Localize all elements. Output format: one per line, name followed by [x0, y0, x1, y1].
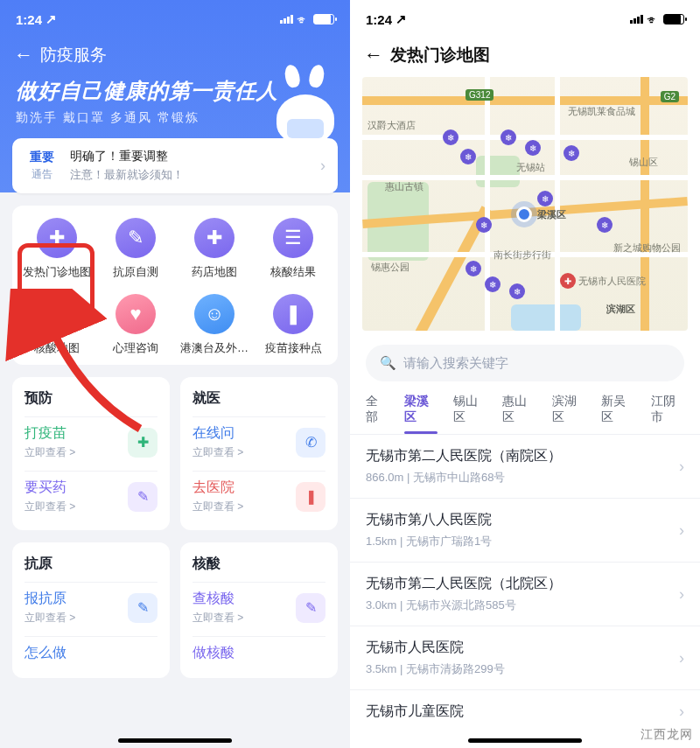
- grid-pharmacy-map[interactable]: ✚ 药店地图: [175, 218, 254, 280]
- wifi-icon: ᯤ: [297, 12, 310, 27]
- map-pin-icon[interactable]: ❄: [597, 217, 612, 233]
- vial-icon: ❚: [273, 294, 313, 334]
- shield-plus-icon: ✚: [128, 428, 158, 458]
- notice-badge: 重要 通告: [24, 150, 60, 182]
- annotation-highlight: [18, 243, 94, 324]
- people-icon: ☺: [194, 294, 234, 334]
- map-label: 锡惠公园: [371, 261, 410, 274]
- search-placeholder: 请输入搜索关键字: [403, 355, 508, 372]
- status-time: 1:24: [16, 12, 42, 27]
- item-go-hospital[interactable]: 去医院 立即查看 > ❚: [192, 471, 326, 525]
- swab-icon: ✎: [116, 218, 156, 258]
- road-sign: G2: [661, 91, 679, 102]
- highway: [362, 96, 688, 105]
- page-title: 防疫服务: [40, 44, 107, 66]
- pen-icon: ✎: [128, 593, 158, 623]
- map-label: 南长街步行街: [494, 248, 551, 262]
- banner: 做好自己健康的第一责任人 勤洗手 戴口罩 多通风 常锻炼: [0, 70, 350, 126]
- map-pin-icon[interactable]: ❄: [509, 283, 525, 299]
- tab-jiangyin[interactable]: 江阴市: [651, 394, 684, 425]
- map-pin-icon[interactable]: ❄: [500, 129, 516, 145]
- mascot-icon: [261, 65, 340, 143]
- grid-vaccine-sites[interactable]: ❚ 疫苗接种点: [254, 294, 332, 356]
- chevron-right-icon: ›: [679, 521, 684, 540]
- map-pin-icon[interactable]: ❄: [443, 129, 458, 145]
- map-label: 无锡凯莱食品城: [568, 105, 635, 118]
- map-label: 汉爵大酒店: [368, 119, 416, 132]
- pill-icon: ✎: [128, 482, 158, 512]
- grid-antigen-selftest[interactable]: ✎ 抗原自测: [96, 218, 175, 280]
- phone-left-screen: 1:24 ↗ ᯤ ← 防疫服务 做好自己健康的第一责任人 勤洗手 戴口罩 多通风…: [0, 0, 350, 748]
- notice-line2: 注意！最新就诊须知！: [70, 167, 184, 183]
- chevron-right-icon: ›: [320, 157, 326, 175]
- page-header: ← 发热门诊地图: [350, 38, 700, 72]
- map-pin-icon[interactable]: ❄: [525, 140, 541, 156]
- location-icon: ↗: [396, 11, 407, 27]
- map-pin-hospital-icon[interactable]: ✚: [560, 273, 576, 289]
- wifi-icon: ᯤ: [647, 12, 660, 27]
- current-location-icon: [516, 206, 532, 222]
- search-input[interactable]: 🔍 请输入搜索关键字: [366, 345, 684, 381]
- map-pin-icon[interactable]: ❄: [466, 261, 481, 276]
- item-vaccine[interactable]: 打疫苗 立即查看 > ✚: [24, 416, 158, 471]
- map-label: 新之城购物公园: [613, 241, 681, 255]
- section-pcr: 核酸 查核酸 立即查看 > ✎ 做核酸: [180, 542, 338, 678]
- list-item[interactable]: 无锡市第二人民医院（北院区） 3.0km | 无锡市兴源北路585号 ›: [350, 563, 700, 626]
- list-item[interactable]: 无锡市第二人民医院（南院区） 866.0m | 无锡市中山路68号 ›: [350, 435, 700, 499]
- section-treat: 就医 在线问 立即查看 > ✆ 去医院 立即查看 > ❚: [180, 377, 338, 530]
- status-bar: 1:24 ↗ ᯤ: [350, 0, 700, 38]
- list-item[interactable]: 无锡市第八人民医院 1.5km | 无锡市广瑞路1号 ›: [350, 499, 700, 563]
- watermark: 江西龙网: [640, 727, 693, 743]
- tab-binhu[interactable]: 滨湖区: [552, 394, 585, 425]
- tab-all[interactable]: 全部: [366, 394, 388, 425]
- map-pin-icon[interactable]: ❄: [564, 145, 579, 161]
- grid-hkmotw[interactable]: ☺ 港澳台及外…: [175, 294, 254, 356]
- item-report-antigen[interactable]: 报抗原 立即查看 > ✎: [24, 582, 158, 636]
- item-check-pcr[interactable]: 查核酸 立即查看 > ✎: [192, 582, 326, 636]
- item-buy-medicine[interactable]: 要买药 立即查看 > ✎: [24, 471, 158, 525]
- results-list: 无锡市第二人民医院（南院区） 866.0m | 无锡市中山路68号 › 无锡市第…: [350, 435, 700, 733]
- home-indicator: [468, 738, 582, 743]
- headset-icon: ✆: [296, 428, 326, 458]
- chevron-right-icon: ›: [679, 703, 684, 721]
- item-online-consult[interactable]: 在线问 立即查看 > ✆: [192, 416, 326, 471]
- grid-counseling[interactable]: ♥ 心理咨询: [96, 294, 175, 356]
- status-bar: 1:24 ↗ ᯤ: [0, 0, 350, 38]
- back-icon[interactable]: ←: [364, 45, 383, 65]
- back-icon[interactable]: ←: [14, 45, 33, 65]
- list-item[interactable]: 无锡市人民医院 3.5km | 无锡市清扬路299号 ›: [350, 626, 700, 690]
- chevron-right-icon: ›: [679, 585, 684, 604]
- map-view[interactable]: G312 G2 汉爵大酒店 无锡凯莱食品城 无锡站 惠山古镇 锡山区 梁溪区 南…: [362, 77, 688, 331]
- signal-icon: [630, 15, 643, 24]
- status-time: 1:24: [366, 12, 392, 27]
- medkit-icon: ✚: [194, 218, 234, 258]
- search-doc-icon: ✎: [296, 593, 326, 623]
- notice-card[interactable]: 重要 通告 明确了！重要调整 注意！最新就诊须知！ ›: [12, 138, 338, 193]
- map-pin-icon[interactable]: ❄: [476, 217, 492, 233]
- map-pin-icon[interactable]: ❄: [537, 191, 553, 206]
- grid-pcr-result[interactable]: ☰ 核酸结果: [254, 218, 332, 280]
- notice-line1: 明确了！重要调整: [70, 149, 184, 164]
- battery-icon: [663, 14, 684, 24]
- heart-icon: ♥: [116, 294, 156, 334]
- tab-liangxi[interactable]: 梁溪区: [404, 394, 438, 425]
- tab-xinwu[interactable]: 新吴区: [601, 394, 634, 425]
- map-label: 滨湖区: [606, 303, 635, 316]
- signal-icon: [280, 15, 293, 24]
- map-pin-icon[interactable]: ❄: [485, 276, 500, 292]
- water-area: [511, 304, 581, 331]
- tab-xishan[interactable]: 锡山区: [453, 394, 486, 425]
- item-do-pcr[interactable]: 做核酸: [192, 636, 326, 673]
- map-label: 无锡市人民医院: [578, 275, 646, 288]
- map-label: 锡山区: [629, 156, 658, 169]
- home-indicator: [118, 738, 232, 743]
- tab-huishan[interactable]: 惠山区: [502, 394, 536, 425]
- item-howto[interactable]: 怎么做: [24, 636, 158, 673]
- map-label: 惠山古镇: [385, 180, 424, 193]
- report-icon: ☰: [273, 218, 313, 258]
- map-pin-icon[interactable]: ❄: [460, 149, 476, 164]
- map-label: 梁溪区: [537, 208, 566, 221]
- road-sign: G312: [466, 89, 494, 101]
- battery-icon: [313, 14, 334, 24]
- hospital-icon: ❚: [296, 482, 326, 512]
